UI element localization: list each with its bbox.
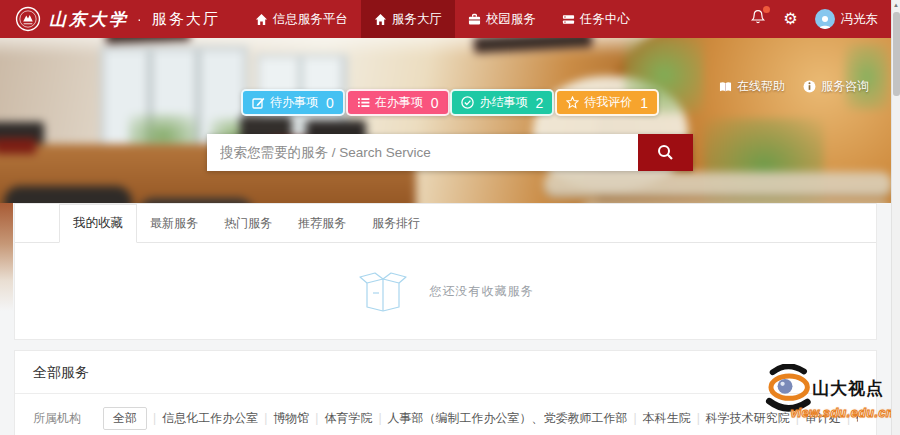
nav-task-center[interactable]: 任务中心	[549, 0, 643, 38]
sdu-viewpoint-watermark: 山大视点 view.sdu.edu.cn	[764, 364, 896, 420]
stat-label: 办结事项	[479, 94, 527, 111]
nav-label: 校园服务	[486, 11, 536, 28]
edit-icon	[252, 96, 265, 109]
task-stats-row: 待办事项 0 在办事项 0 办结事项 2 待我评价 1	[207, 89, 693, 116]
nav-label: 服务大厅	[392, 11, 442, 28]
filter-item[interactable]: 博物馆	[258, 410, 309, 427]
filter-item[interactable]: 体育学院	[309, 410, 372, 427]
book-icon	[719, 81, 732, 93]
nav-service-hall[interactable]: 服务大厅	[361, 0, 455, 38]
stat-label: 待办事项	[270, 94, 318, 111]
tab-newest-services[interactable]: 最新服务	[137, 204, 211, 242]
empty-state-text: 您还没有收藏服务	[430, 283, 534, 300]
stat-pending-tasks[interactable]: 待办事项 0	[241, 89, 345, 116]
notification-dot	[763, 6, 770, 13]
tab-hot-services[interactable]: 热门服务	[211, 204, 285, 242]
scroll-up-arrow[interactable]: ▲	[892, 0, 900, 11]
user-name: 冯光东	[841, 11, 879, 28]
eye-logo-icon	[764, 364, 816, 412]
hero-banner: 在线帮助 服务咨询 待办事项 0 在办事项 0	[0, 38, 891, 203]
user-menu[interactable]: 冯光东	[815, 9, 879, 29]
main-content: 我的收藏 最新服务 热门服务 推荐服务 服务排行 您还没有收藏服务	[14, 203, 877, 435]
search-input[interactable]	[207, 134, 638, 171]
header-actions: ⚙ 冯光东	[750, 0, 891, 38]
help-link-label: 在线帮助	[737, 78, 785, 95]
search-button[interactable]	[638, 134, 693, 171]
banner-help-links: 在线帮助 服务咨询	[719, 78, 869, 95]
star-icon	[566, 96, 579, 109]
notifications-button[interactable]	[750, 9, 766, 29]
service-tabs: 我的收藏 最新服务 热门服务 推荐服务 服务排行	[15, 204, 876, 243]
divider	[15, 393, 876, 394]
brand[interactable]: 山东大学 · 服务大厅	[0, 0, 220, 38]
banner-photo-bleed	[0, 203, 13, 311]
all-services-title: 全部服务	[15, 351, 876, 393]
main-nav: 信息服务平台 服务大厅 校园服务 任务中心	[242, 0, 643, 38]
page-scrollbar[interactable]: ▲	[891, 0, 900, 435]
search-icon	[657, 144, 674, 161]
favorites-empty-state: 您还没有收藏服务	[15, 243, 876, 339]
filter-label: 所属机构	[33, 410, 81, 427]
stat-completed[interactable]: 办结事项 2	[450, 89, 554, 116]
briefcase-icon	[468, 13, 481, 26]
tab-my-favorites[interactable]: 我的收藏	[59, 204, 137, 243]
brand-hall-title: 服务大厅	[152, 10, 220, 29]
home-icon	[374, 13, 387, 26]
banner-center: 待办事项 0 在办事项 0 办结事项 2 待我评价 1	[207, 89, 693, 171]
tab-service-ranking[interactable]: 服务排行	[359, 204, 433, 242]
stat-value: 0	[318, 95, 334, 111]
settings-button[interactable]: ⚙	[783, 11, 797, 27]
favorites-card: 我的收藏 最新服务 热门服务 推荐服务 服务排行 您还没有收藏服务	[14, 203, 877, 340]
nav-label: 信息服务平台	[273, 11, 348, 28]
info-icon	[803, 80, 816, 93]
stat-label: 在办事项	[375, 94, 423, 111]
list-icon	[357, 96, 370, 109]
filter-row-organization: 所属机构 全部信息化工作办公室博物馆体育学院人事部（编制工作办公室）、党委教师工…	[15, 407, 876, 430]
scrollbar-thumb[interactable]	[893, 12, 900, 96]
watermark-title: 山大视点	[812, 377, 884, 400]
service-consult-link[interactable]: 服务咨询	[803, 78, 869, 95]
help-link-label: 服务咨询	[821, 78, 869, 95]
organization-filter-items: 全部信息化工作办公室博物馆体育学院人事部（编制工作办公室）、党委教师工作部本科生…	[103, 407, 858, 430]
all-services-card: 全部服务 所属机构 全部信息化工作办公室博物馆体育学院人事部（编制工作办公室）、…	[14, 350, 877, 435]
brand-separator: ·	[137, 11, 142, 27]
filter-item[interactable]: 人事部（编制工作办公室）、党委教师工作部	[372, 410, 627, 427]
online-help-link[interactable]: 在线帮助	[719, 78, 785, 95]
stat-label: 待我评价	[584, 94, 632, 111]
empty-box-icon	[358, 269, 408, 313]
filter-item[interactable]: 信息化工作办公室	[147, 410, 258, 427]
nav-info-platform[interactable]: 信息服务平台	[242, 0, 361, 38]
nav-label: 任务中心	[580, 11, 630, 28]
tab-recommended-services[interactable]: 推荐服务	[285, 204, 359, 242]
filter-item[interactable]: 全部	[103, 407, 147, 430]
stat-value: 2	[527, 95, 543, 111]
brand-university: 山东大学	[49, 8, 129, 31]
stat-value: 0	[423, 95, 439, 111]
stat-in-progress[interactable]: 在办事项 0	[346, 89, 450, 116]
stat-value: 1	[632, 95, 648, 111]
nav-campus-service[interactable]: 校园服务	[455, 0, 549, 38]
person-icon	[817, 14, 833, 29]
filter-item[interactable]: 本科生院	[628, 410, 691, 427]
tasks-icon	[562, 13, 575, 26]
stat-awaiting-review[interactable]: 待我评价 1	[555, 89, 659, 116]
avatar	[815, 9, 835, 29]
sdu-seal-logo	[15, 6, 41, 32]
service-hall-page: 山东大学 · 服务大厅 信息服务平台 服务大厅 校园服务 任务中心	[0, 0, 900, 435]
home-icon	[255, 13, 268, 26]
service-search	[207, 134, 693, 171]
check-circle-icon	[461, 96, 474, 109]
top-header: 山东大学 · 服务大厅 信息服务平台 服务大厅 校园服务 任务中心	[0, 0, 891, 38]
